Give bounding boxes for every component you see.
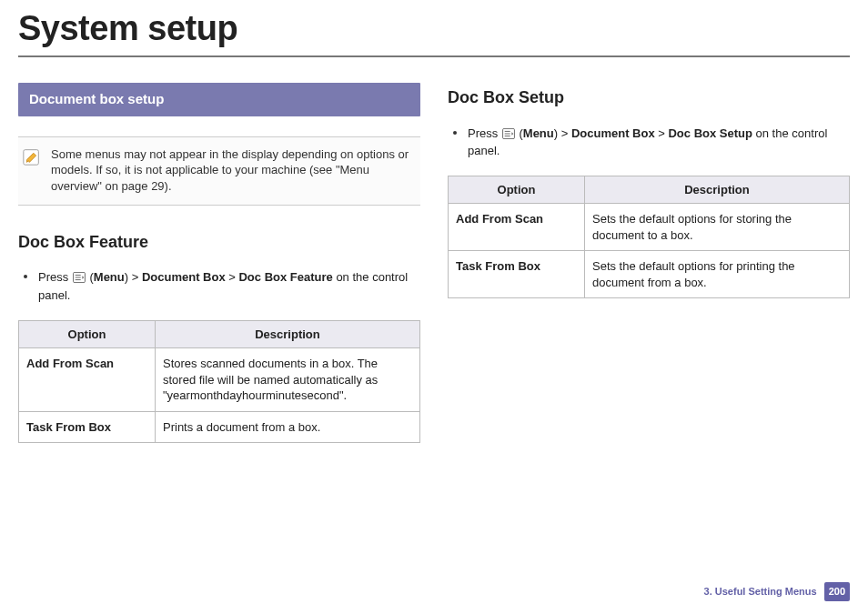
right-subhead: Doc Box Setup — [448, 86, 850, 108]
page-footer: 3. Useful Setting Menus 200 — [704, 582, 850, 601]
right-nav-text: Press (Menu) > Document Box > Doc Box Se… — [468, 126, 850, 159]
bullet-icon — [453, 131, 457, 135]
table-row: Task From Box Prints a document from a b… — [19, 411, 420, 443]
section-bar: Document box setup — [18, 83, 420, 116]
left-nav-bullet: Press (Menu) > Document Box > Doc Box Fe… — [18, 269, 420, 303]
table-row: Add From Scan Stores scanned documents i… — [19, 348, 420, 412]
cell-option: Task From Box — [449, 251, 585, 298]
menu-button-icon — [502, 127, 515, 144]
cell-option: Add From Scan — [19, 348, 156, 412]
note-pencil-icon — [22, 146, 42, 166]
page-title: System setup — [18, 0, 850, 57]
cell-option: Task From Box — [19, 411, 156, 443]
th-description: Description — [156, 320, 420, 348]
cell-description: Sets the default options for printing th… — [585, 251, 850, 298]
footer-chapter: 3. Useful Setting Menus — [704, 585, 817, 599]
cell-description: Stores scanned documents in a box. The s… — [156, 348, 420, 412]
th-option: Option — [19, 320, 156, 348]
cell-option: Add From Scan — [449, 204, 585, 251]
table-row: Task From Box Sets the default options f… — [449, 251, 850, 298]
th-option: Option — [449, 176, 585, 204]
note-box: Some menus may not appear in the display… — [18, 136, 420, 206]
right-column: Doc Box Setup Press (Menu) > Document Bo… — [448, 83, 850, 443]
menu-button-icon — [73, 271, 86, 287]
bullet-icon — [24, 275, 27, 278]
footer-page-number: 200 — [824, 582, 850, 601]
note-text: Some menus may not appear in the display… — [51, 146, 417, 195]
th-description: Description — [585, 176, 850, 204]
left-column: Document box setup Some menus may not ap… — [18, 83, 420, 443]
left-table: Option Description Add From Scan Stores … — [18, 320, 420, 444]
right-nav-bullet: Press (Menu) > Document Box > Doc Box Se… — [448, 126, 850, 159]
left-subhead: Doc Box Feature — [18, 231, 420, 253]
cell-description: Prints a document from a box. — [156, 411, 420, 443]
cell-description: Sets the default options for storing the… — [585, 204, 850, 251]
left-nav-text: Press (Menu) > Document Box > Doc Box Fe… — [38, 269, 420, 303]
table-row: Add From Scan Sets the default options f… — [449, 204, 850, 251]
right-table: Option Description Add From Scan Sets th… — [448, 176, 850, 299]
